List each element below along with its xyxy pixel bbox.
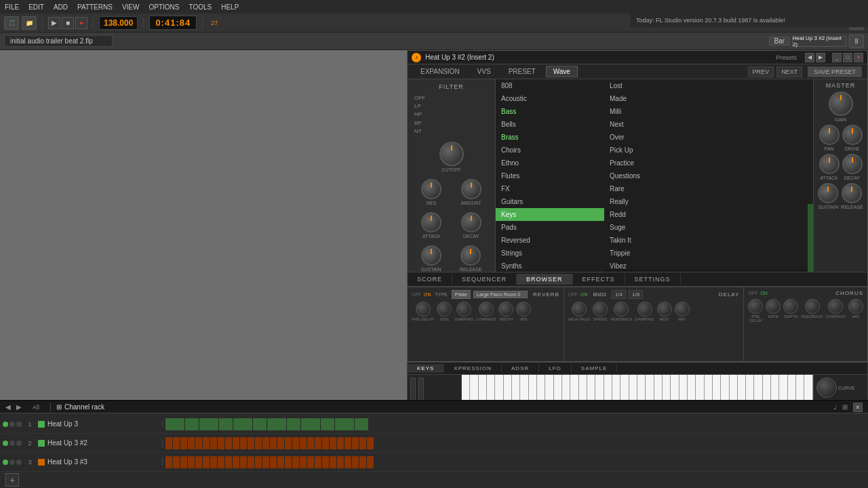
delay-speed-knob[interactable] bbox=[593, 302, 608, 317]
curve-knob[interactable] bbox=[816, 378, 837, 398]
pb-2-25[interactable] bbox=[344, 437, 351, 449]
pb-3-2[interactable] bbox=[173, 456, 180, 468]
pb-2-14[interactable] bbox=[262, 437, 269, 449]
preset-trippie[interactable]: Trippie bbox=[604, 247, 813, 260]
rack-name-3[interactable]: Heat Up 3 #3 bbox=[47, 458, 159, 466]
pb-1-10[interactable] bbox=[321, 418, 334, 430]
maximize-btn[interactable]: □ bbox=[843, 53, 852, 62]
preset-questions[interactable]: Questions bbox=[604, 169, 813, 182]
delay-time-l[interactable]: 1/4 bbox=[612, 290, 626, 299]
reverb-preset-btn[interactable]: Large Piano Room 0 bbox=[473, 291, 528, 298]
pb-3-16[interactable] bbox=[277, 456, 284, 468]
pb-1-3[interactable] bbox=[199, 418, 218, 430]
rack-nav-right[interactable]: ▶ bbox=[16, 403, 22, 411]
reverb-damping-knob[interactable] bbox=[456, 302, 471, 317]
pb-1-2[interactable] bbox=[185, 418, 199, 430]
kbd-tab-xpression[interactable]: XPRESSION bbox=[444, 364, 502, 373]
mixer-btn[interactable]: 🎚 bbox=[849, 35, 864, 48]
cat-fx[interactable]: FX bbox=[496, 182, 604, 195]
cat-pads[interactable]: Pads bbox=[496, 221, 604, 234]
pb-2-23[interactable] bbox=[330, 437, 336, 449]
pb-3-21[interactable] bbox=[315, 456, 321, 468]
pb-3-27[interactable] bbox=[359, 456, 366, 468]
release-knob[interactable] bbox=[460, 245, 481, 266]
pb-3-11[interactable] bbox=[240, 456, 247, 468]
pb-2-9[interactable] bbox=[225, 437, 232, 449]
master-sustain-knob[interactable] bbox=[818, 183, 838, 203]
rack-nav-left[interactable]: ◀ bbox=[5, 403, 11, 411]
master-drive-knob[interactable] bbox=[842, 125, 863, 145]
minimize-btn[interactable]: _ bbox=[832, 53, 842, 62]
tab-vvs[interactable]: VVS bbox=[470, 66, 498, 77]
rack-mute-2[interactable] bbox=[9, 441, 15, 446]
pb-2-3[interactable] bbox=[180, 437, 187, 449]
preset-made[interactable]: Made bbox=[604, 92, 813, 105]
preset-lost[interactable]: Lost bbox=[604, 79, 813, 92]
rack-active-1[interactable] bbox=[3, 422, 8, 427]
bpm-display[interactable]: 138.000 bbox=[99, 16, 138, 30]
pb-2-5[interactable] bbox=[195, 437, 202, 449]
pb-2-10[interactable] bbox=[233, 437, 239, 449]
pb-2-4[interactable] bbox=[188, 437, 195, 449]
btab-browser[interactable]: BROWSER bbox=[517, 274, 573, 285]
pb-3-14[interactable] bbox=[262, 456, 269, 468]
cutoff-knob[interactable] bbox=[439, 142, 464, 166]
kbd-tab-lfo[interactable]: LFO bbox=[539, 364, 572, 373]
cat-synths[interactable]: Synths bbox=[496, 260, 604, 272]
chorus-feedback-knob[interactable] bbox=[805, 299, 820, 314]
res-knob[interactable] bbox=[421, 179, 441, 199]
pb-2-8[interactable] bbox=[218, 437, 224, 449]
filter-lp[interactable]: LP bbox=[414, 102, 421, 110]
master-decay-knob[interactable] bbox=[842, 154, 863, 174]
pb-3-25[interactable] bbox=[344, 456, 351, 468]
reverb-mix-knob[interactable] bbox=[516, 302, 531, 317]
save-preset-btn[interactable]: SAVE PRESET bbox=[808, 66, 862, 77]
menu-file[interactable]: FILE bbox=[3, 3, 21, 11]
delay-toggle-off[interactable]: OFF bbox=[568, 292, 578, 297]
rack-name-2[interactable]: Heat Up 3 #2 bbox=[47, 439, 159, 447]
rack-color-1[interactable] bbox=[38, 421, 45, 428]
pb-3-12[interactable] bbox=[248, 456, 254, 468]
cat-bass[interactable]: Bass bbox=[496, 105, 604, 118]
rack-name-1[interactable]: Heat Up 3 bbox=[47, 420, 159, 428]
pb-2-16[interactable] bbox=[277, 437, 284, 449]
chorus-rate-knob[interactable] bbox=[766, 299, 781, 314]
delay-mix-knob[interactable] bbox=[675, 302, 690, 317]
pb-1-7[interactable] bbox=[267, 418, 286, 430]
menu-help[interactable]: HELP bbox=[219, 3, 241, 11]
pb-3-5[interactable] bbox=[195, 456, 202, 468]
attack-knob[interactable] bbox=[421, 212, 441, 232]
delay-highpass-knob[interactable] bbox=[572, 302, 587, 317]
reverb-predelay-knob[interactable] bbox=[416, 302, 431, 317]
pb-2-24[interactable] bbox=[337, 437, 344, 449]
preset-pickup[interactable]: Pick Up bbox=[604, 144, 813, 157]
chorus-depth-knob[interactable] bbox=[783, 299, 798, 314]
rack-solo-2[interactable] bbox=[16, 441, 22, 446]
preset-over[interactable]: Over bbox=[604, 131, 813, 144]
new-btn[interactable]: 🎵 bbox=[4, 16, 19, 30]
btab-effects[interactable]: EFFECTS bbox=[573, 274, 625, 285]
close-btn[interactable]: ✕ bbox=[854, 53, 863, 62]
reverb-type-btn[interactable]: Plate bbox=[452, 290, 471, 299]
pb-3-22[interactable] bbox=[322, 456, 329, 468]
add-channel-btn[interactable]: + bbox=[5, 473, 19, 487]
filter-hp[interactable]: HP bbox=[414, 110, 422, 118]
preset-suge[interactable]: Suge bbox=[604, 221, 813, 234]
pb-1-11[interactable] bbox=[335, 418, 354, 430]
reverb-toggle-on[interactable]: ON bbox=[424, 292, 431, 297]
kbd-tab-sample[interactable]: SAMPLE bbox=[572, 364, 617, 373]
reverb-width-knob[interactable] bbox=[498, 302, 513, 317]
rack-active-3[interactable] bbox=[3, 460, 8, 465]
pb-3-17[interactable] bbox=[285, 456, 292, 468]
stop-btn[interactable]: ■ bbox=[62, 17, 74, 29]
preset-really[interactable]: Really bbox=[604, 195, 813, 208]
rack-solo-1[interactable] bbox=[16, 422, 22, 427]
pb-3-15[interactable] bbox=[270, 456, 277, 468]
btab-settings[interactable]: SETTINGS bbox=[625, 274, 681, 285]
cat-ethno[interactable]: Ethno bbox=[496, 157, 604, 169]
delay-mod-knob[interactable] bbox=[657, 302, 672, 317]
pb-2-6[interactable] bbox=[203, 437, 210, 449]
next-preset-btn[interactable]: ▶ bbox=[816, 53, 825, 62]
chorus-mix-knob[interactable] bbox=[848, 299, 863, 314]
cat-acoustic[interactable]: Acoustic bbox=[496, 92, 604, 105]
